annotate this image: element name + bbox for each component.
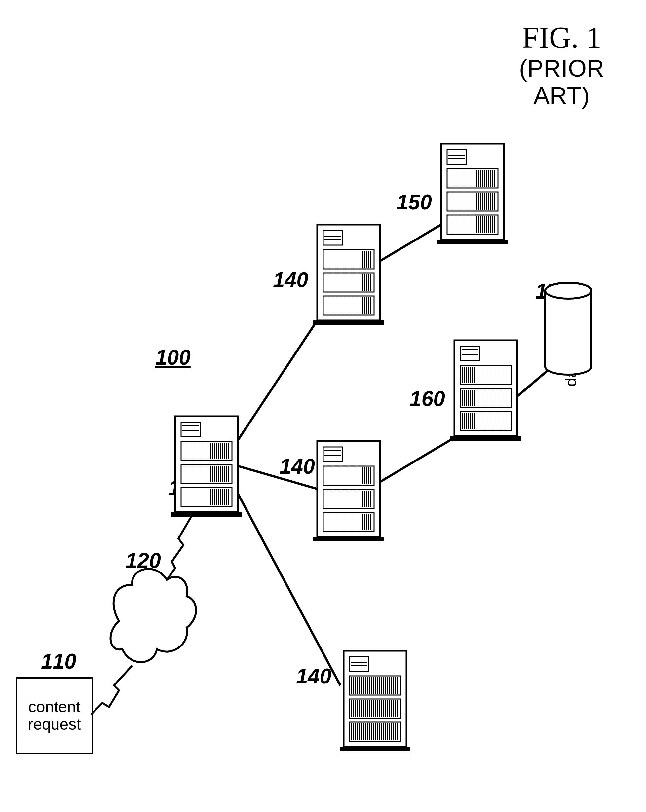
jagged-link-req-internet — [91, 665, 132, 714]
diagram-svg — [0, 0, 646, 812]
figure-title-line1: FIG. 1 — [489, 20, 634, 55]
ref-110: 110 — [41, 649, 76, 673]
svg-line-3 — [380, 224, 441, 261]
ref-140a: 140 — [273, 267, 308, 292]
content-request-line2: request — [17, 716, 92, 733]
figure-title-line2: (PRIOR ART) — [489, 55, 634, 109]
internet-label: Internet — [136, 598, 153, 649]
diagram-canvas: FIG. 1 (PRIOR ART) 100 110 120 130 140 1… — [0, 0, 646, 812]
content-request-box: content request — [16, 677, 93, 754]
ref-100: 100 — [155, 345, 191, 370]
server-140-mid — [313, 441, 384, 542]
svg-line-4 — [379, 438, 454, 482]
svg-line-2 — [236, 491, 341, 685]
svg-line-5 — [517, 368, 550, 397]
server-160 — [451, 340, 521, 441]
ref-160: 160 — [410, 386, 445, 411]
ref-140c: 140 — [296, 664, 331, 688]
svg-line-0 — [236, 321, 317, 443]
jagged-link-internet-130 — [165, 516, 192, 583]
ref-170: 170 — [535, 279, 571, 304]
ref-140b: 140 — [279, 454, 315, 479]
content-request-line1: content — [17, 698, 92, 716]
server-140-top — [313, 224, 384, 325]
ref-120: 120 — [125, 548, 161, 573]
server-130 — [171, 416, 242, 517]
ref-150: 150 — [397, 190, 432, 214]
server-150 — [437, 144, 508, 244]
database-label: database_1 — [562, 304, 580, 386]
ref-130: 130 — [168, 476, 204, 500]
server-140-bottom — [340, 651, 411, 751]
figure-title: FIG. 1 (PRIOR ART) — [489, 20, 634, 109]
